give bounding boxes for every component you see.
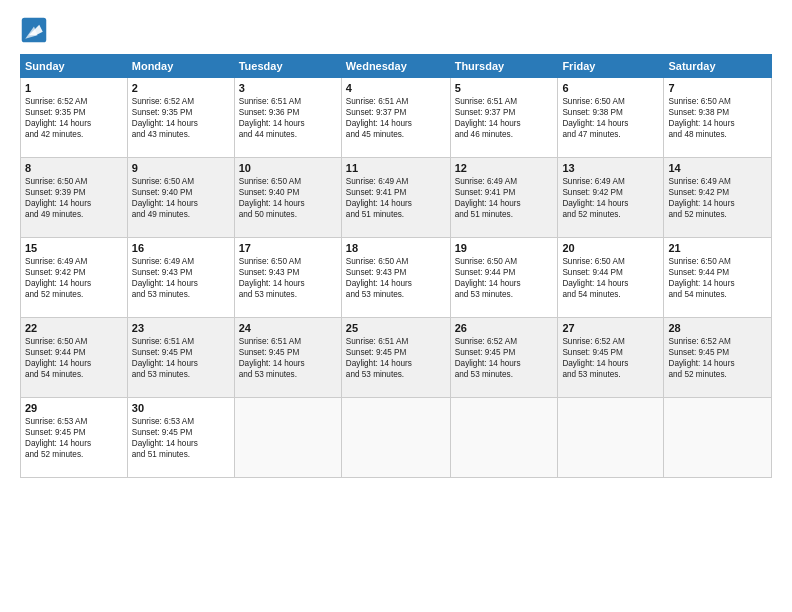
weekday-header: Friday xyxy=(558,55,664,78)
day-cell: 9 Sunrise: 6:50 AMSunset: 9:40 PMDayligh… xyxy=(127,158,234,238)
day-number: 13 xyxy=(562,162,659,174)
day-number: 26 xyxy=(455,322,554,334)
day-number: 2 xyxy=(132,82,230,94)
day-number: 30 xyxy=(132,402,230,414)
day-info: Sunrise: 6:49 AMSunset: 9:41 PMDaylight:… xyxy=(346,176,446,220)
day-info: Sunrise: 6:49 AMSunset: 9:42 PMDaylight:… xyxy=(562,176,659,220)
day-number: 24 xyxy=(239,322,337,334)
empty-cell xyxy=(341,398,450,478)
day-info: Sunrise: 6:49 AMSunset: 9:42 PMDaylight:… xyxy=(25,256,123,300)
weekday-header: Saturday xyxy=(664,55,772,78)
day-info: Sunrise: 6:50 AMSunset: 9:43 PMDaylight:… xyxy=(239,256,337,300)
day-info: Sunrise: 6:51 AMSunset: 9:45 PMDaylight:… xyxy=(132,336,230,380)
day-info: Sunrise: 6:49 AMSunset: 9:42 PMDaylight:… xyxy=(668,176,767,220)
day-cell: 4 Sunrise: 6:51 AMSunset: 9:37 PMDayligh… xyxy=(341,78,450,158)
day-number: 20 xyxy=(562,242,659,254)
weekday-header: Tuesday xyxy=(234,55,341,78)
day-number: 11 xyxy=(346,162,446,174)
day-cell: 3 Sunrise: 6:51 AMSunset: 9:36 PMDayligh… xyxy=(234,78,341,158)
day-cell: 7 Sunrise: 6:50 AMSunset: 9:38 PMDayligh… xyxy=(664,78,772,158)
day-info: Sunrise: 6:52 AMSunset: 9:45 PMDaylight:… xyxy=(455,336,554,380)
day-cell: 26 Sunrise: 6:52 AMSunset: 9:45 PMDaylig… xyxy=(450,318,558,398)
weekday-header: Thursday xyxy=(450,55,558,78)
day-info: Sunrise: 6:53 AMSunset: 9:45 PMDaylight:… xyxy=(25,416,123,460)
day-cell: 5 Sunrise: 6:51 AMSunset: 9:37 PMDayligh… xyxy=(450,78,558,158)
day-info: Sunrise: 6:50 AMSunset: 9:44 PMDaylight:… xyxy=(668,256,767,300)
day-cell: 27 Sunrise: 6:52 AMSunset: 9:45 PMDaylig… xyxy=(558,318,664,398)
day-info: Sunrise: 6:50 AMSunset: 9:39 PMDaylight:… xyxy=(25,176,123,220)
day-cell: 13 Sunrise: 6:49 AMSunset: 9:42 PMDaylig… xyxy=(558,158,664,238)
empty-cell xyxy=(234,398,341,478)
day-cell: 30 Sunrise: 6:53 AMSunset: 9:45 PMDaylig… xyxy=(127,398,234,478)
day-cell: 22 Sunrise: 6:50 AMSunset: 9:44 PMDaylig… xyxy=(21,318,128,398)
day-cell: 29 Sunrise: 6:53 AMSunset: 9:45 PMDaylig… xyxy=(21,398,128,478)
day-cell: 11 Sunrise: 6:49 AMSunset: 9:41 PMDaylig… xyxy=(341,158,450,238)
day-number: 22 xyxy=(25,322,123,334)
day-number: 12 xyxy=(455,162,554,174)
day-cell: 12 Sunrise: 6:49 AMSunset: 9:41 PMDaylig… xyxy=(450,158,558,238)
day-number: 16 xyxy=(132,242,230,254)
day-info: Sunrise: 6:51 AMSunset: 9:45 PMDaylight:… xyxy=(239,336,337,380)
day-cell: 8 Sunrise: 6:50 AMSunset: 9:39 PMDayligh… xyxy=(21,158,128,238)
day-number: 4 xyxy=(346,82,446,94)
day-info: Sunrise: 6:51 AMSunset: 9:37 PMDaylight:… xyxy=(346,96,446,140)
day-info: Sunrise: 6:51 AMSunset: 9:45 PMDaylight:… xyxy=(346,336,446,380)
day-number: 28 xyxy=(668,322,767,334)
empty-cell xyxy=(664,398,772,478)
day-info: Sunrise: 6:52 AMSunset: 9:35 PMDaylight:… xyxy=(25,96,123,140)
day-number: 9 xyxy=(132,162,230,174)
day-info: Sunrise: 6:49 AMSunset: 9:43 PMDaylight:… xyxy=(132,256,230,300)
day-info: Sunrise: 6:50 AMSunset: 9:40 PMDaylight:… xyxy=(132,176,230,220)
day-info: Sunrise: 6:51 AMSunset: 9:36 PMDaylight:… xyxy=(239,96,337,140)
day-info: Sunrise: 6:50 AMSunset: 9:38 PMDaylight:… xyxy=(562,96,659,140)
day-cell: 10 Sunrise: 6:50 AMSunset: 9:40 PMDaylig… xyxy=(234,158,341,238)
empty-cell xyxy=(450,398,558,478)
weekday-header: Monday xyxy=(127,55,234,78)
day-cell: 28 Sunrise: 6:52 AMSunset: 9:45 PMDaylig… xyxy=(664,318,772,398)
day-number: 6 xyxy=(562,82,659,94)
day-info: Sunrise: 6:50 AMSunset: 9:43 PMDaylight:… xyxy=(346,256,446,300)
day-number: 3 xyxy=(239,82,337,94)
day-info: Sunrise: 6:52 AMSunset: 9:45 PMDaylight:… xyxy=(562,336,659,380)
day-number: 7 xyxy=(668,82,767,94)
day-cell: 19 Sunrise: 6:50 AMSunset: 9:44 PMDaylig… xyxy=(450,238,558,318)
day-cell: 16 Sunrise: 6:49 AMSunset: 9:43 PMDaylig… xyxy=(127,238,234,318)
day-info: Sunrise: 6:50 AMSunset: 9:44 PMDaylight:… xyxy=(562,256,659,300)
weekday-header: Wednesday xyxy=(341,55,450,78)
header xyxy=(20,16,772,44)
day-number: 14 xyxy=(668,162,767,174)
day-cell: 25 Sunrise: 6:51 AMSunset: 9:45 PMDaylig… xyxy=(341,318,450,398)
day-number: 17 xyxy=(239,242,337,254)
empty-cell xyxy=(558,398,664,478)
day-cell: 6 Sunrise: 6:50 AMSunset: 9:38 PMDayligh… xyxy=(558,78,664,158)
day-info: Sunrise: 6:51 AMSunset: 9:37 PMDaylight:… xyxy=(455,96,554,140)
day-cell: 20 Sunrise: 6:50 AMSunset: 9:44 PMDaylig… xyxy=(558,238,664,318)
day-number: 15 xyxy=(25,242,123,254)
day-cell: 18 Sunrise: 6:50 AMSunset: 9:43 PMDaylig… xyxy=(341,238,450,318)
day-number: 27 xyxy=(562,322,659,334)
day-info: Sunrise: 6:52 AMSunset: 9:45 PMDaylight:… xyxy=(668,336,767,380)
weekday-header: Sunday xyxy=(21,55,128,78)
day-cell: 21 Sunrise: 6:50 AMSunset: 9:44 PMDaylig… xyxy=(664,238,772,318)
logo-icon xyxy=(20,16,48,44)
day-number: 5 xyxy=(455,82,554,94)
day-info: Sunrise: 6:50 AMSunset: 9:40 PMDaylight:… xyxy=(239,176,337,220)
day-info: Sunrise: 6:50 AMSunset: 9:44 PMDaylight:… xyxy=(455,256,554,300)
day-info: Sunrise: 6:49 AMSunset: 9:41 PMDaylight:… xyxy=(455,176,554,220)
day-cell: 17 Sunrise: 6:50 AMSunset: 9:43 PMDaylig… xyxy=(234,238,341,318)
day-info: Sunrise: 6:50 AMSunset: 9:38 PMDaylight:… xyxy=(668,96,767,140)
day-cell: 23 Sunrise: 6:51 AMSunset: 9:45 PMDaylig… xyxy=(127,318,234,398)
day-cell: 2 Sunrise: 6:52 AMSunset: 9:35 PMDayligh… xyxy=(127,78,234,158)
day-cell: 1 Sunrise: 6:52 AMSunset: 9:35 PMDayligh… xyxy=(21,78,128,158)
day-number: 10 xyxy=(239,162,337,174)
day-info: Sunrise: 6:52 AMSunset: 9:35 PMDaylight:… xyxy=(132,96,230,140)
day-number: 25 xyxy=(346,322,446,334)
logo xyxy=(20,16,52,44)
page: SundayMondayTuesdayWednesdayThursdayFrid… xyxy=(0,0,792,612)
day-number: 29 xyxy=(25,402,123,414)
day-number: 18 xyxy=(346,242,446,254)
day-number: 8 xyxy=(25,162,123,174)
day-cell: 14 Sunrise: 6:49 AMSunset: 9:42 PMDaylig… xyxy=(664,158,772,238)
day-number: 19 xyxy=(455,242,554,254)
day-number: 21 xyxy=(668,242,767,254)
